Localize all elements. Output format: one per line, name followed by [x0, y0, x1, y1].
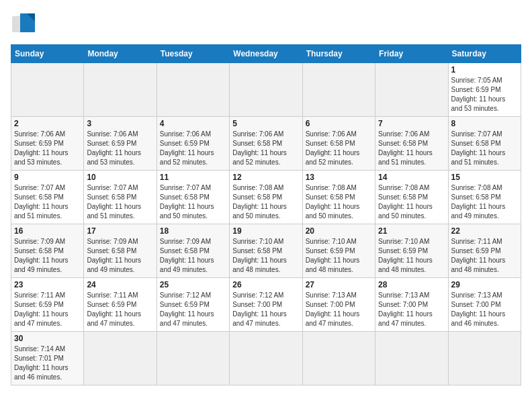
calendar-cell: 16Sunrise: 7:09 AMSunset: 6:58 PMDayligh…: [11, 224, 84, 278]
day-info: Sunrise: 7:07 AMSunset: 6:58 PMDaylight:…: [14, 183, 81, 221]
day-number: 15: [451, 173, 518, 182]
weekday-header: Saturday: [448, 45, 521, 63]
day-info: Sunrise: 7:09 AMSunset: 6:58 PMDaylight:…: [160, 237, 226, 275]
calendar-body: 1Sunrise: 7:05 AMSunset: 6:59 PMDaylight…: [11, 63, 521, 385]
day-number: 2: [14, 119, 81, 128]
calendar-cell: 25Sunrise: 7:12 AMSunset: 6:59 PMDayligh…: [157, 278, 229, 332]
page-header: [11, 11, 521, 38]
day-info: Sunrise: 7:06 AMSunset: 6:58 PMDaylight:…: [306, 130, 372, 167]
day-info: Sunrise: 7:07 AMSunset: 6:58 PMDaylight:…: [160, 183, 226, 221]
day-number: 1: [451, 65, 518, 75]
calendar-cell: 3Sunrise: 7:06 AMSunset: 6:59 PMDaylight…: [84, 117, 157, 171]
day-info: Sunrise: 7:11 AMSunset: 6:59 PMDaylight:…: [14, 291, 81, 328]
calendar-cell: [302, 332, 375, 385]
calendar-week-row: 16Sunrise: 7:09 AMSunset: 6:58 PMDayligh…: [11, 224, 521, 278]
day-number: 20: [306, 226, 372, 236]
calendar-cell: [302, 63, 375, 117]
calendar-cell: [230, 63, 302, 117]
day-number: 10: [87, 173, 153, 182]
calendar-week-row: 23Sunrise: 7:11 AMSunset: 6:59 PMDayligh…: [11, 278, 521, 332]
calendar-cell: 5Sunrise: 7:06 AMSunset: 6:58 PMDaylight…: [230, 117, 302, 171]
calendar-cell: 29Sunrise: 7:13 AMSunset: 7:00 PMDayligh…: [448, 278, 521, 332]
calendar-cell: 7Sunrise: 7:06 AMSunset: 6:58 PMDaylight…: [375, 117, 448, 171]
calendar-cell: [375, 332, 448, 385]
calendar-cell: 13Sunrise: 7:08 AMSunset: 6:58 PMDayligh…: [302, 171, 375, 224]
calendar-cell: [448, 332, 521, 385]
calendar-cell: 27Sunrise: 7:13 AMSunset: 7:00 PMDayligh…: [302, 278, 375, 332]
day-info: Sunrise: 7:10 AMSunset: 6:59 PMDaylight:…: [306, 237, 372, 275]
day-number: 26: [232, 280, 299, 289]
day-number: 4: [160, 119, 226, 128]
calendar-cell: 11Sunrise: 7:07 AMSunset: 6:58 PMDayligh…: [157, 171, 229, 224]
calendar-cell: 22Sunrise: 7:11 AMSunset: 6:59 PMDayligh…: [448, 224, 521, 278]
day-number: 14: [378, 173, 445, 182]
day-info: Sunrise: 7:08 AMSunset: 6:58 PMDaylight:…: [306, 183, 372, 221]
day-info: Sunrise: 7:13 AMSunset: 7:00 PMDaylight:…: [306, 291, 372, 328]
calendar-cell: [84, 63, 157, 117]
calendar-cell: [84, 332, 157, 385]
day-info: Sunrise: 7:12 AMSunset: 6:59 PMDaylight:…: [160, 291, 226, 328]
day-number: 6: [306, 119, 372, 128]
day-info: Sunrise: 7:10 AMSunset: 6:58 PMDaylight:…: [232, 237, 299, 275]
calendar-cell: [157, 332, 229, 385]
day-info: Sunrise: 7:13 AMSunset: 7:00 PMDaylight:…: [451, 291, 518, 328]
day-number: 16: [14, 226, 81, 236]
day-number: 19: [232, 226, 299, 236]
day-info: Sunrise: 7:10 AMSunset: 6:59 PMDaylight:…: [378, 237, 445, 275]
calendar-cell: 21Sunrise: 7:10 AMSunset: 6:59 PMDayligh…: [375, 224, 448, 278]
calendar-cell: 20Sunrise: 7:10 AMSunset: 6:59 PMDayligh…: [302, 224, 375, 278]
day-info: Sunrise: 7:06 AMSunset: 6:59 PMDaylight:…: [14, 130, 81, 167]
day-info: Sunrise: 7:14 AMSunset: 7:01 PMDaylight:…: [14, 345, 81, 382]
day-info: Sunrise: 7:08 AMSunset: 6:58 PMDaylight:…: [378, 183, 445, 221]
day-info: Sunrise: 7:09 AMSunset: 6:58 PMDaylight:…: [14, 237, 81, 275]
weekday-row: SundayMondayTuesdayWednesdayThursdayFrid…: [11, 45, 521, 63]
day-info: Sunrise: 7:06 AMSunset: 6:58 PMDaylight:…: [378, 130, 445, 167]
weekday-header: Tuesday: [157, 45, 229, 63]
day-info: Sunrise: 7:08 AMSunset: 6:58 PMDaylight:…: [232, 183, 299, 221]
day-number: 22: [451, 226, 518, 236]
calendar-cell: [230, 332, 302, 385]
day-info: Sunrise: 7:06 AMSunset: 6:58 PMDaylight:…: [232, 130, 299, 167]
calendar-cell: [375, 63, 448, 117]
day-number: 5: [232, 119, 299, 128]
day-info: Sunrise: 7:07 AMSunset: 6:58 PMDaylight:…: [451, 130, 518, 167]
calendar-cell: 9Sunrise: 7:07 AMSunset: 6:58 PMDaylight…: [11, 171, 84, 224]
day-number: 18: [160, 226, 226, 236]
calendar-cell: 10Sunrise: 7:07 AMSunset: 6:58 PMDayligh…: [84, 171, 157, 224]
calendar-cell: 17Sunrise: 7:09 AMSunset: 6:58 PMDayligh…: [84, 224, 157, 278]
day-info: Sunrise: 7:11 AMSunset: 6:59 PMDaylight:…: [451, 237, 518, 275]
calendar-cell: 1Sunrise: 7:05 AMSunset: 6:59 PMDaylight…: [448, 63, 521, 117]
calendar-cell: 8Sunrise: 7:07 AMSunset: 6:58 PMDaylight…: [448, 117, 521, 171]
weekday-header: Sunday: [11, 45, 84, 63]
calendar-table: SundayMondayTuesdayWednesdayThursdayFrid…: [11, 44, 521, 385]
day-number: 24: [87, 280, 153, 289]
day-number: 30: [14, 334, 81, 343]
day-info: Sunrise: 7:12 AMSunset: 7:00 PMDaylight:…: [232, 291, 299, 328]
weekday-header: Thursday: [302, 45, 375, 63]
calendar-cell: 23Sunrise: 7:11 AMSunset: 6:59 PMDayligh…: [11, 278, 84, 332]
day-number: 23: [14, 280, 81, 289]
day-info: Sunrise: 7:05 AMSunset: 6:59 PMDaylight:…: [451, 76, 518, 113]
calendar-cell: 12Sunrise: 7:08 AMSunset: 6:58 PMDayligh…: [230, 171, 302, 224]
calendar-cell: 26Sunrise: 7:12 AMSunset: 7:00 PMDayligh…: [230, 278, 302, 332]
day-info: Sunrise: 7:07 AMSunset: 6:58 PMDaylight:…: [87, 183, 153, 221]
day-number: 29: [451, 280, 518, 289]
day-number: 21: [378, 226, 445, 236]
calendar-cell: 14Sunrise: 7:08 AMSunset: 6:58 PMDayligh…: [375, 171, 448, 224]
weekday-header: Wednesday: [230, 45, 302, 63]
day-number: 7: [378, 119, 445, 128]
logo: [11, 11, 40, 38]
day-number: 13: [306, 173, 372, 182]
day-info: Sunrise: 7:06 AMSunset: 6:59 PMDaylight:…: [87, 130, 153, 167]
calendar-cell: [11, 63, 84, 117]
day-info: Sunrise: 7:09 AMSunset: 6:58 PMDaylight:…: [87, 237, 153, 275]
calendar-week-row: 1Sunrise: 7:05 AMSunset: 6:59 PMDaylight…: [11, 63, 521, 117]
day-number: 12: [232, 173, 299, 182]
calendar-week-row: 30Sunrise: 7:14 AMSunset: 7:01 PMDayligh…: [11, 332, 521, 385]
day-number: 28: [378, 280, 445, 289]
calendar-header: SundayMondayTuesdayWednesdayThursdayFrid…: [11, 45, 521, 63]
day-info: Sunrise: 7:11 AMSunset: 6:59 PMDaylight:…: [87, 291, 153, 328]
weekday-header: Monday: [84, 45, 157, 63]
calendar-cell: 18Sunrise: 7:09 AMSunset: 6:58 PMDayligh…: [157, 224, 229, 278]
calendar-cell: 24Sunrise: 7:11 AMSunset: 6:59 PMDayligh…: [84, 278, 157, 332]
